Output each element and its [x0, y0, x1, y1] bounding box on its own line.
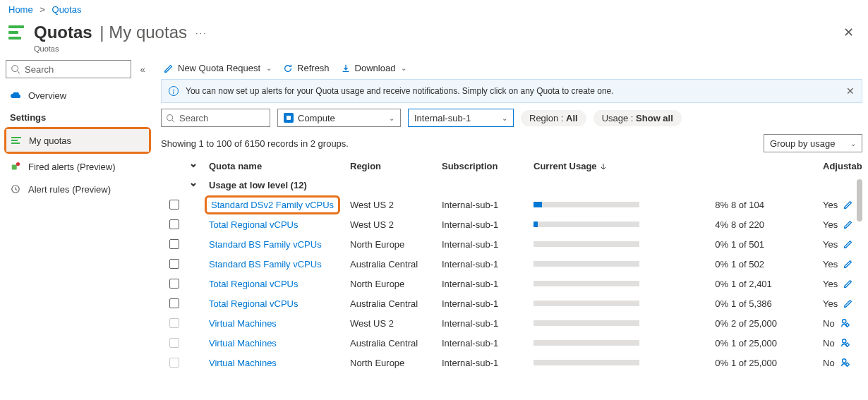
usage-bar: [534, 222, 639, 227]
breadcrumb-home[interactable]: Home: [8, 4, 33, 15]
refresh-icon: [283, 63, 293, 73]
svg-line-6: [172, 119, 174, 121]
usage-of-limit: 8 of 220: [731, 219, 823, 230]
provider-select[interactable]: Compute ⌄: [277, 109, 401, 127]
svg-point-5: [167, 114, 173, 120]
subscription-select[interactable]: Internal-sub-1 ⌄: [408, 109, 514, 127]
group-header[interactable]: Usage at low level (12): [161, 174, 862, 195]
pencil-icon[interactable]: [843, 259, 853, 269]
adjustable-label: Yes: [823, 200, 838, 210]
usage-percent: 8%: [675, 200, 731, 210]
usage-bar: [534, 360, 639, 365]
quota-name-link[interactable]: Total Regional vCPUs: [209, 219, 298, 230]
sidebar-item-overview[interactable]: Overview: [6, 84, 150, 107]
person-icon[interactable]: [840, 318, 850, 328]
col-subscription[interactable]: Subscription: [442, 161, 534, 171]
refresh-button[interactable]: Refresh: [283, 63, 330, 73]
adjustable-label: No: [823, 338, 835, 349]
col-current-usage[interactable]: Current Usage: [534, 161, 675, 171]
table-row: Total Regional vCPUsNorth EuropeInternal…: [161, 274, 862, 293]
usage-of-limit: 1 of 25,000: [731, 358, 823, 368]
breadcrumb-quotas[interactable]: Quotas: [52, 4, 82, 15]
expand-all-button[interactable]: [189, 161, 209, 171]
quota-name-link[interactable]: Standard BS Family vCPUs: [209, 259, 322, 269]
search-icon: [11, 64, 20, 74]
row-checkbox[interactable]: [169, 200, 179, 210]
col-adjustable[interactable]: Adjustable: [823, 161, 862, 171]
page-subtitle: | My quotas: [95, 23, 187, 42]
pencil-icon[interactable]: [843, 239, 853, 249]
row-checkbox[interactable]: [169, 259, 179, 269]
col-quota-name[interactable]: Quota name: [209, 161, 350, 171]
close-button[interactable]: ✕: [838, 22, 860, 43]
banner-close-button[interactable]: ✕: [846, 85, 855, 97]
group-by-select[interactable]: Group by usage ⌄: [764, 134, 862, 152]
pencil-icon[interactable]: [843, 200, 853, 210]
quota-name-link[interactable]: Standard DSv2 Family vCPUs: [211, 200, 334, 210]
download-button[interactable]: Download⌄: [341, 63, 407, 73]
pencil-icon: [164, 63, 174, 73]
sidebar-search-input[interactable]: Search: [6, 60, 131, 78]
breadcrumb: Home > Quotas: [0, 0, 868, 19]
sidebar-item-label: My quotas: [29, 135, 71, 146]
highlight-my-quotas: My quotas: [4, 127, 151, 154]
pencil-icon[interactable]: [843, 219, 853, 229]
usage-percent: 0%: [675, 239, 731, 250]
quota-name-link[interactable]: Virtual Machines: [209, 358, 277, 368]
svg-point-0: [12, 66, 18, 72]
cloud-icon: [10, 90, 21, 101]
table-row: Virtual MachinesNorth EuropeInternal-sub…: [161, 353, 862, 372]
sidebar-item-label: Overview: [28, 90, 66, 101]
row-checkbox[interactable]: [169, 239, 179, 249]
breadcrumb-sep: >: [40, 4, 45, 15]
subscription-cell: Internal-sub-1: [442, 200, 534, 210]
subscription-cell: Internal-sub-1: [442, 239, 534, 250]
region-cell: North Europe: [350, 279, 442, 289]
pencil-icon[interactable]: [843, 298, 853, 308]
usage-of-limit: 1 of 502: [731, 259, 823, 269]
usage-bar: [534, 241, 639, 247]
row-checkbox[interactable]: [169, 219, 179, 229]
quota-name-link[interactable]: Virtual Machines: [209, 338, 277, 349]
table-search-input[interactable]: Search: [161, 109, 270, 127]
sidebar-item-fired-alerts[interactable]: Fired alerts (Preview): [6, 155, 150, 178]
row-checkbox[interactable]: [169, 298, 179, 308]
scrollbar-thumb[interactable]: [857, 179, 862, 222]
row-checkbox[interactable]: [169, 279, 179, 289]
quota-name-link[interactable]: Standard BS Family vCPUs: [209, 239, 322, 250]
col-region[interactable]: Region: [350, 161, 442, 171]
usage-percent: 0%: [675, 338, 731, 349]
more-actions-button[interactable]: ···: [195, 28, 207, 38]
compute-icon: [284, 113, 294, 123]
row-checkbox: [169, 358, 179, 368]
region-cell: West US 2: [350, 318, 442, 329]
region-filter-pill[interactable]: Region : All: [521, 110, 586, 126]
subscription-cell: Internal-sub-1: [442, 219, 534, 230]
sidebar-item-alert-rules[interactable]: Alert rules (Preview): [6, 178, 150, 200]
region-cell: West US 2: [350, 200, 442, 210]
person-icon[interactable]: [840, 338, 850, 348]
collapse-sidebar-button[interactable]: «: [135, 62, 150, 76]
usage-bar: [534, 320, 639, 326]
subscription-cell: Internal-sub-1: [442, 279, 534, 289]
info-icon: i: [169, 86, 179, 96]
adjustable-label: No: [823, 358, 835, 368]
pencil-icon[interactable]: [843, 279, 853, 289]
person-icon[interactable]: [840, 358, 850, 368]
usage-bar: [534, 301, 639, 306]
sidebar-item-my-quotas[interactable]: My quotas: [6, 129, 149, 152]
svg-point-3: [16, 162, 20, 166]
usage-filter-pill[interactable]: Usage : Show all: [593, 110, 682, 126]
quotas-mini-icon: [11, 135, 22, 146]
table-row: Standard BS Family vCPUsAustralia Centra…: [161, 254, 862, 274]
region-cell: Australia Central: [350, 298, 442, 309]
result-count-label: Showing 1 to 100 of 6150 records in 2 gr…: [161, 138, 349, 149]
quota-name-link[interactable]: Total Regional vCPUs: [209, 279, 298, 289]
quota-name-link[interactable]: Total Regional vCPUs: [209, 298, 298, 309]
adjustable-label: Yes: [823, 259, 838, 269]
new-quota-request-button[interactable]: New Quota Request⌄: [164, 63, 272, 73]
quota-table: Quota name Region Subscription Current U…: [161, 158, 862, 400]
quota-name-link[interactable]: Virtual Machines: [209, 318, 277, 329]
search-icon: [166, 114, 175, 123]
usage-of-limit: 1 of 5,386: [731, 298, 823, 309]
